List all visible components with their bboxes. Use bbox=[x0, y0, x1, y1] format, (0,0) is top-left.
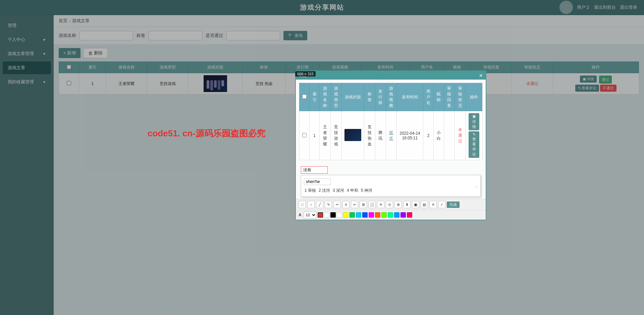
approved-input[interactable] bbox=[226, 31, 280, 40]
color-magenta[interactable] bbox=[369, 212, 374, 218]
color-lime[interactable] bbox=[381, 212, 387, 218]
anno-col-publisher: 发行商 bbox=[375, 83, 386, 111]
color-sky[interactable] bbox=[394, 212, 399, 218]
anno-text-input[interactable] bbox=[301, 166, 328, 174]
col-checkbox bbox=[59, 62, 79, 73]
suggest-item-4[interactable]: 4 申和 bbox=[347, 188, 358, 193]
annotation-overlay: 截图 ✕ 索引 游戏名称 游戏类型 游戏封面 标签 发行商 游戏视频 发布时间 … bbox=[295, 71, 486, 220]
detail-button[interactable]: ▣ 详情 bbox=[580, 76, 597, 83]
row-cover bbox=[188, 73, 243, 94]
delete-button[interactable]: 🗑 删除 bbox=[83, 48, 108, 58]
anno-row-username: 2 bbox=[423, 111, 434, 160]
reject-button[interactable]: 不通过 bbox=[600, 85, 616, 92]
breadcrumb-separator: › bbox=[69, 18, 70, 24]
save-tool[interactable]: ▣ bbox=[412, 201, 419, 208]
col-game-type: 游戏类型 bbox=[147, 62, 189, 73]
comment-icon: ✎ bbox=[578, 86, 581, 90]
suggest-input[interactable] bbox=[304, 178, 331, 185]
anno-row-game-name: 王者荣耀 bbox=[320, 111, 331, 160]
color-mint[interactable] bbox=[388, 212, 393, 218]
color-orange[interactable] bbox=[375, 212, 380, 218]
color-rose[interactable] bbox=[407, 212, 412, 218]
anno-row-review-reply bbox=[444, 111, 455, 160]
color-white2[interactable] bbox=[337, 212, 342, 218]
close-tool[interactable]: ✕ bbox=[429, 201, 437, 208]
mosaic-tool[interactable]: ⊞ bbox=[360, 201, 367, 208]
col-review-status: 审核状态 bbox=[512, 62, 553, 73]
breadcrumb: 首页 › 游戏文章 bbox=[54, 15, 644, 27]
suggest-item-2[interactable]: 2 沈河 bbox=[319, 188, 330, 193]
color-cyan[interactable] bbox=[356, 212, 361, 218]
anno-detail-button[interactable]: ▣ 详情 bbox=[469, 113, 479, 130]
download-tool[interactable]: ⬇ bbox=[403, 201, 411, 208]
sidebar-item-game-article[interactable]: 游戏文章 bbox=[3, 61, 51, 74]
arrow-tool[interactable]: ⊙ bbox=[386, 201, 393, 208]
suggest-item-1[interactable]: 1 审核 bbox=[305, 188, 316, 193]
suggest-items: 1 审核 2 沈河 3 深河 4 申和 5 神河 › bbox=[301, 186, 480, 195]
color-black[interactable] bbox=[330, 212, 336, 218]
pen-tool[interactable]: ✎ bbox=[325, 201, 332, 208]
sidebar-item-favorites[interactable]: 我的收藏管理 ▼ bbox=[3, 76, 51, 88]
back-to-front-link[interactable]: 退出到前台 bbox=[594, 4, 616, 10]
color-yellow[interactable] bbox=[343, 212, 348, 218]
row-actions: ▣ 详情 通过 ✎ 查看评论 不通过 bbox=[553, 73, 639, 94]
anno-col-nickname: 昵称 bbox=[434, 83, 444, 111]
font-size-select[interactable]: 12 14 16 18 20 bbox=[304, 212, 317, 218]
close-icon[interactable]: ✕ bbox=[479, 73, 483, 78]
query-button[interactable]: 🔍 查询 bbox=[283, 31, 307, 40]
suggest-item-3[interactable]: 3 深河 bbox=[333, 188, 344, 193]
tag-input[interactable] bbox=[149, 31, 202, 40]
sidebar-item-article-manage[interactable]: 游戏文章管理 ▼ bbox=[3, 47, 51, 60]
active-color-swatch[interactable] bbox=[318, 212, 323, 218]
anno-col-index: 索引 bbox=[310, 83, 320, 111]
anno-row-publisher: 腾讯 bbox=[375, 111, 386, 160]
sidebar-item-article-manage-label: 游戏文章管理 bbox=[8, 51, 34, 57]
anno-col-game-type: 游戏类型 bbox=[331, 83, 342, 111]
approve-button[interactable]: 通过 bbox=[599, 76, 612, 84]
anno-col-video: 游戏视频 bbox=[386, 83, 397, 111]
circle-tool[interactable]: ○ bbox=[307, 201, 315, 208]
color-white[interactable] bbox=[324, 212, 329, 218]
check-tool[interactable]: ✓ bbox=[438, 201, 445, 208]
anno-row-review-status: 未通过 bbox=[455, 111, 466, 160]
highlight-tool[interactable]: ⊕ bbox=[394, 201, 402, 208]
sidebar-item-dashboard[interactable]: 管理 bbox=[3, 19, 51, 32]
select-all-checkbox[interactable] bbox=[67, 65, 71, 69]
anno-col-tags: 标签 bbox=[364, 83, 375, 111]
suggestion-dropdown: 1 审核 2 沈河 3 深河 4 申和 5 神河 › bbox=[301, 175, 481, 197]
done-button[interactable]: 完成 bbox=[447, 201, 460, 208]
anno-col-game-name: 游戏名称 bbox=[320, 83, 331, 111]
text-tool[interactable]: Ａ bbox=[342, 201, 350, 208]
line-tool[interactable]: ╱ bbox=[316, 201, 323, 208]
svg-point-0 bbox=[564, 4, 568, 8]
review-comment-button[interactable]: ✎ 查看评论 bbox=[575, 85, 599, 92]
col-action: 操作 bbox=[553, 62, 639, 73]
anno-video-link[interactable]: 观览 bbox=[389, 130, 393, 141]
undo-tool[interactable]: ↩ bbox=[351, 201, 358, 208]
sidebar-item-game-article-label: 游戏文章 bbox=[8, 65, 25, 71]
game-name-input[interactable] bbox=[79, 31, 133, 40]
color-purple[interactable] bbox=[400, 212, 406, 218]
sidebar-item-personal[interactable]: 个人中心 ▼ bbox=[3, 33, 51, 46]
anno-col-publish-time: 发布时间 bbox=[397, 83, 423, 111]
color-blue[interactable] bbox=[362, 212, 368, 218]
anno-row-video: 观览 bbox=[386, 111, 397, 160]
breadcrumb-home[interactable]: 首页 bbox=[59, 18, 67, 24]
color-green[interactable] bbox=[350, 212, 355, 218]
cut-tool[interactable]: ✂ bbox=[333, 201, 341, 208]
suggest-item-5[interactable]: 5 神河 bbox=[361, 188, 372, 193]
add-button[interactable]: + 新增 bbox=[59, 48, 80, 58]
anno-row-actions: ▣ 详情 ✎ 查看评论 bbox=[466, 111, 482, 160]
row-select-checkbox[interactable] bbox=[67, 81, 71, 85]
anno-review-button[interactable]: ✎ 查看评论 bbox=[469, 131, 479, 158]
copy-tool[interactable]: ▤ bbox=[421, 201, 428, 208]
stamp-tool[interactable]: ✕ bbox=[377, 201, 384, 208]
header-right: 用户２ 退出到前台 退出登录 bbox=[559, 1, 637, 14]
blur-tool[interactable]: ⬜ bbox=[368, 201, 376, 208]
chevron-down-icon: ▼ bbox=[43, 38, 46, 42]
logout-link[interactable]: 退出登录 bbox=[620, 4, 637, 10]
anno-table-container: 索引 游戏名称 游戏类型 游戏封面 标签 发行商 游戏视频 发布时间 用户名 昵… bbox=[296, 80, 486, 164]
username-label: 用户２ bbox=[577, 4, 590, 10]
sidebar-item-dashboard-label: 管理 bbox=[8, 22, 16, 29]
rect-tool[interactable]: □ bbox=[299, 201, 306, 208]
